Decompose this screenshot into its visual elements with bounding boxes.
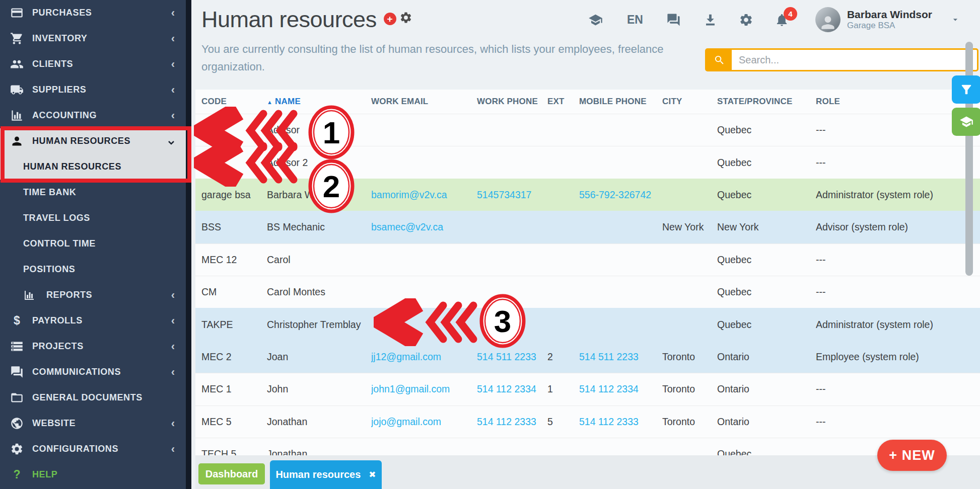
sidebar-item-projects[interactable]: PROJECTS‹	[0, 334, 186, 359]
human-resources-tab[interactable]: Human resources ✖	[270, 460, 382, 489]
user-menu-caret-icon[interactable]	[950, 15, 960, 25]
cell-work-phone[interactable]: 514 112 2333	[477, 416, 547, 428]
table-header-row: CODE▲NAMEWORK EMAILWORK PHONEEXTMOBILE P…	[195, 90, 980, 114]
topbar-icons: EN 4 Barbara Windsor Garage BSA	[574, 3, 960, 36]
sidebar-item-label: POSITIONS	[23, 264, 75, 275]
table-row[interactable]: garage bsaBarbara Windsorbamorim@v2v.ca5…	[195, 179, 980, 211]
chevron-left-icon: ‹	[171, 290, 175, 301]
chart-icon	[10, 109, 24, 122]
cell-email[interactable]: bsamec@v2v.ca	[371, 221, 477, 233]
cell-mobile[interactable]: 514 112 2333	[579, 416, 662, 428]
app-window: PURCHASES‹INVENTORY‹CLIENTS‹SUPPLIERS‹AC…	[0, 0, 980, 489]
new-record-button[interactable]: + NEW	[877, 440, 947, 471]
sidebar-item-time-bank[interactable]: TIME BANK	[0, 180, 186, 205]
cell-name: Advisor	[267, 124, 371, 136]
table-row[interactable]: TAKPEChristopher TremblayQuebecAdministr…	[195, 308, 980, 340]
chevron-left-icon: ‹	[171, 367, 175, 378]
sidebar-item-payrolls[interactable]: $PAYROLLS‹	[0, 308, 186, 334]
chevron-left-icon: ‹	[171, 341, 175, 352]
search-icon	[714, 54, 725, 66]
table-row[interactable]: A2Advisor 2Quebec---	[195, 146, 980, 178]
table-row[interactable]: MEC 5Jonathanjojo@gmail.com514 112 23335…	[195, 405, 980, 438]
sidebar-item-suppliers[interactable]: SUPPLIERS‹	[0, 77, 186, 103]
cell-name: Joan	[267, 351, 371, 363]
cell-mobile[interactable]: 556-792-326742	[579, 189, 662, 201]
cell-name: Christopher Tremblay	[267, 319, 371, 331]
filter-button[interactable]	[952, 75, 980, 104]
dashboard-tab-button[interactable]: Dashboard	[198, 463, 265, 484]
column-header-name[interactable]: ▲NAME	[267, 97, 371, 107]
search-button[interactable]	[707, 50, 732, 70]
cell-ext: 5	[547, 416, 579, 428]
messages-icon[interactable]	[666, 13, 681, 27]
table-row[interactable]: CMCarol MontesQuebec---	[195, 276, 980, 308]
sidebar-item-general-documents[interactable]: GENERAL DOCUMENTS	[0, 385, 186, 411]
column-header-mobile-phone[interactable]: MOBILE PHONE	[579, 97, 662, 107]
sidebar-item-help[interactable]: ?HELP	[0, 462, 186, 487]
cell-state: Quebec	[717, 189, 816, 201]
add-record-icon[interactable]: +	[384, 13, 396, 25]
sidebar-item-website[interactable]: WEBSITE‹	[0, 411, 186, 436]
sidebar-item-communications[interactable]: COMMUNICATIONS‹	[0, 359, 186, 385]
sidebar-item-label: PURCHASES	[32, 8, 92, 18]
cell-work-phone[interactable]: 514 112 2334	[477, 383, 547, 395]
sidebar-item-label: GENERAL DOCUMENTS	[32, 392, 143, 403]
sidebar-item-travel-logs[interactable]: TRAVEL LOGS	[0, 205, 186, 231]
cell-state: Ontario	[717, 351, 816, 363]
cell-email[interactable]: john1@gmail.com	[371, 383, 477, 395]
training-button[interactable]	[952, 108, 980, 136]
subtitle-line-2: organization.	[201, 58, 705, 75]
sidebar-item-label: HUMAN RESOURCES	[32, 136, 130, 146]
sidebar-item-human-resources[interactable]: HUMAN RESOURCES	[0, 128, 186, 154]
cell-email[interactable]: bamorim@v2v.ca	[371, 189, 477, 201]
download-icon[interactable]	[703, 13, 718, 27]
cell-mobile[interactable]: 514 112 2334	[579, 383, 662, 395]
cell-work-phone[interactable]: 514 511 2233	[477, 351, 547, 363]
table-row[interactable]: BSSBS Mechanicbsamec@v2v.caNew YorkNew Y…	[195, 211, 980, 243]
chevron-left-icon: ‹	[171, 8, 175, 19]
gear-outline-icon[interactable]	[739, 13, 753, 27]
truck-icon	[10, 83, 24, 97]
cell-mobile[interactable]: 514 511 2233	[579, 351, 662, 363]
sidebar-item-accounting[interactable]: ACCOUNTING‹	[0, 103, 186, 128]
cell-name: Jonathan	[267, 416, 371, 428]
table-row[interactable]: TECH 5JonathanQuebec	[195, 438, 980, 455]
cell-code: MEC 1	[201, 383, 267, 395]
column-header-work-phone[interactable]: WORK PHONE	[477, 97, 547, 107]
column-header-ext[interactable]: EXT	[547, 97, 579, 107]
table-row[interactable]: AdvisorQuebec---	[195, 114, 980, 146]
tab-label: Human resources	[275, 469, 361, 480]
close-tab-icon[interactable]: ✖	[369, 469, 376, 480]
column-header-state-province[interactable]: STATE/PROVINCE	[717, 97, 816, 107]
sidebar-item-inventory[interactable]: INVENTORY‹	[0, 26, 186, 51]
table-row[interactable]: MEC 12CarolQuebec---	[195, 243, 980, 276]
cell-city: New York	[662, 221, 717, 233]
table-row[interactable]: MEC 1Johnjohn1@gmail.com514 112 23341514…	[195, 373, 980, 405]
sidebar-item-reports[interactable]: REPORTS‹	[0, 282, 186, 308]
sidebar-item-label: CONTROL TIME	[23, 238, 96, 249]
column-header-code[interactable]: CODE	[201, 97, 267, 107]
cell-work-phone[interactable]: 5145734317	[477, 189, 547, 201]
sidebar-item-human-resources-sub[interactable]: HUMAN RESOURCES	[0, 154, 186, 180]
column-header-work-email[interactable]: WORK EMAIL	[371, 97, 477, 107]
column-header-city[interactable]: CITY	[662, 97, 717, 107]
table-row[interactable]: MEC 2Joanjj12@gmail.com514 511 22332514 …	[195, 341, 980, 373]
language-selector[interactable]: EN	[627, 13, 643, 27]
cell-email[interactable]: jojo@gmail.com	[371, 416, 477, 428]
academy-icon[interactable]	[588, 13, 603, 27]
sidebar-item-control-time[interactable]: CONTROL TIME	[0, 231, 186, 257]
cell-role: ---	[816, 383, 980, 395]
search-input[interactable]	[732, 50, 977, 70]
cell-role: ---	[816, 286, 980, 298]
user-info[interactable]: Barbara Windsor Garage BSA	[847, 9, 932, 31]
table-body: AdvisorQuebec---A2Advisor 2Quebec---gara…	[195, 114, 980, 455]
notifications-bell-icon[interactable]: 4	[775, 13, 789, 27]
sidebar-item-positions[interactable]: POSITIONS	[0, 257, 186, 282]
user-avatar[interactable]	[815, 7, 841, 32]
sidebar-item-purchases[interactable]: PURCHASES‹	[0, 0, 186, 26]
settings-icon[interactable]	[399, 11, 412, 26]
sidebar-item-label: PROJECTS	[32, 341, 84, 352]
sidebar-item-clients[interactable]: CLIENTS‹	[0, 51, 186, 77]
cell-email[interactable]: jj12@gmail.com	[371, 351, 477, 363]
sidebar-item-configurations[interactable]: CONFIGURATIONS‹	[0, 436, 186, 462]
